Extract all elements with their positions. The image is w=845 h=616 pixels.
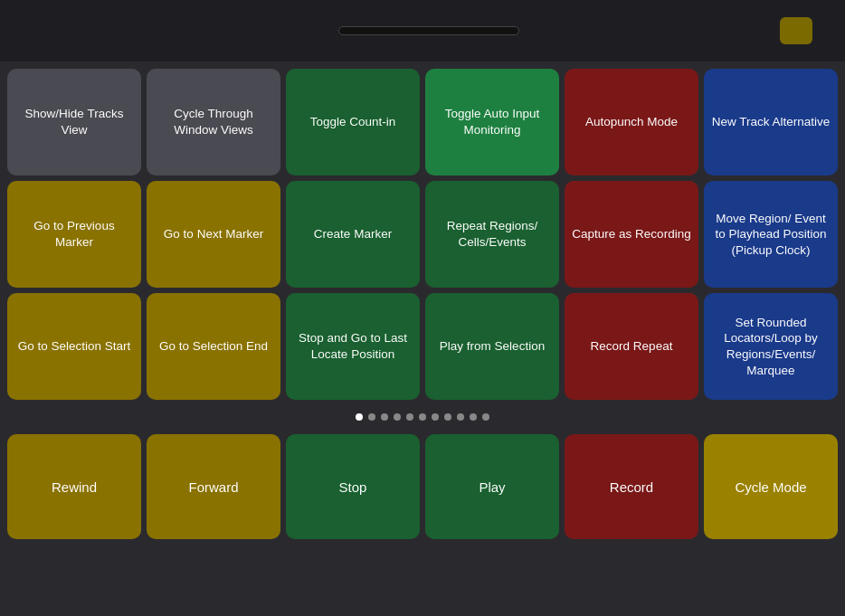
grid-cell-2[interactable]: Toggle Count-in: [286, 69, 420, 175]
grid-cell-8[interactable]: Create Marker: [286, 181, 420, 288]
transport-button-cycle-mode[interactable]: Cycle Mode: [704, 434, 838, 539]
bottom-transport-bar: RewindForwardStopPlayRecordCycle Mode: [0, 434, 845, 546]
pagination-dot-2[interactable]: [381, 413, 388, 421]
cycle-button[interactable]: [780, 17, 812, 44]
grid-cell-3[interactable]: Toggle Auto Input Monitoring: [425, 69, 559, 175]
grid-cell-10[interactable]: Capture as Recording: [565, 181, 698, 288]
grid-cell-6[interactable]: Go to Previous Marker: [7, 181, 141, 288]
pagination: [0, 403, 845, 431]
play-button[interactable]: [51, 27, 58, 34]
pagination-dot-0[interactable]: [356, 413, 363, 421]
grid-cell-12[interactable]: Go to Selection Start: [7, 293, 141, 400]
pagination-dot-8[interactable]: [457, 413, 464, 421]
pagination-dot-4[interactable]: [406, 413, 413, 421]
chevron-up-button[interactable]: [322, 29, 329, 33]
grid-cell-5[interactable]: New Track Alternative: [704, 69, 838, 175]
shortcut-grid: Show/Hide Tracks ViewCycle Through Windo…: [7, 69, 838, 400]
pagination-dot-6[interactable]: [432, 413, 439, 421]
pagination-dot-3[interactable]: [394, 413, 401, 421]
pagination-dot-1[interactable]: [368, 413, 375, 421]
grid-cell-0[interactable]: Show/Hide Tracks View: [7, 69, 141, 175]
transport-button-stop[interactable]: Stop: [286, 434, 420, 539]
grid-cell-16[interactable]: Record Repeat: [565, 293, 698, 400]
pagination-dot-9[interactable]: [470, 413, 477, 421]
transport-button-forward[interactable]: Forward: [147, 434, 280, 539]
grid-cell-17[interactable]: Set Rounded Locators/Loop by Regions/Eve…: [704, 293, 838, 400]
grid-cell-9[interactable]: Repeat Regions/ Cells/Events: [425, 181, 559, 288]
grid-cell-4[interactable]: Autopunch Mode: [565, 69, 698, 175]
transport-button-play[interactable]: Play: [425, 434, 559, 539]
grid-cell-7[interactable]: Go to Next Marker: [147, 181, 280, 288]
grid-cell-14[interactable]: Stop and Go to Last Locate Position: [286, 293, 420, 400]
pagination-dot-10[interactable]: [482, 413, 489, 421]
transport-controls-left: [11, 27, 78, 34]
rewind-button[interactable]: [31, 27, 38, 34]
shortcut-grid-area: Show/Hide Tracks ViewCycle Through Windo…: [0, 62, 845, 400]
transport-button-record[interactable]: Record: [565, 434, 698, 539]
transport-controls-right: [780, 17, 834, 44]
grid-cell-13[interactable]: Go to Selection End: [147, 293, 280, 400]
position-display: [338, 26, 519, 35]
pagination-dot-7[interactable]: [444, 413, 451, 421]
top-bar: [0, 0, 845, 62]
record-button[interactable]: [71, 27, 78, 34]
grid-cell-15[interactable]: Play from Selection: [425, 293, 559, 400]
grid-cell-11[interactable]: Move Region/ Event to Playhead Position …: [704, 181, 838, 288]
grid-cell-1[interactable]: Cycle Through Window Views: [147, 69, 280, 175]
pagination-dot-5[interactable]: [419, 413, 426, 421]
transport-center: [85, 26, 773, 35]
transport-button-rewind[interactable]: Rewind: [7, 434, 141, 539]
dropdown-button[interactable]: [11, 27, 18, 34]
chevron-down-button[interactable]: [528, 29, 536, 33]
